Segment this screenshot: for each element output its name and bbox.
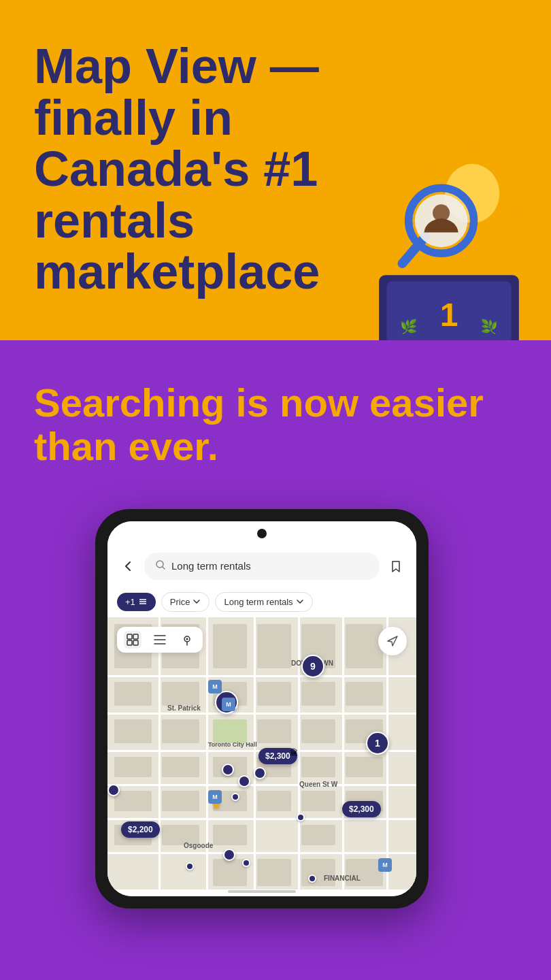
map-area[interactable]: DOWNTOWN St. Patrick Toronto City Hall O… — [107, 617, 416, 889]
purple-section: Searching is now easier than ever. — [0, 340, 551, 980]
phone-notch-bar — [107, 521, 416, 546]
map-road — [107, 675, 416, 677]
map-block — [301, 682, 335, 706]
search-icon — [155, 559, 166, 573]
transit-icon-2: M — [208, 790, 222, 804]
pin-dot — [222, 764, 234, 776]
search-input-value: Long term rentals — [171, 560, 251, 572]
trophy-illustration: 1 🌿 🌿 — [361, 143, 537, 340]
location-button[interactable] — [378, 627, 407, 655]
map-label-osgoode: Osgoode — [184, 842, 213, 849]
map-pin-1[interactable]: 1 — [366, 732, 389, 755]
grid-view-button[interactable] — [124, 631, 141, 649]
map-pin-dot6[interactable] — [242, 859, 250, 867]
landmark-icon: 🏛 — [290, 748, 298, 757]
pin-dot — [223, 849, 235, 861]
filter-row: +1 Price Long term — [107, 587, 416, 617]
map-block — [213, 624, 247, 668]
map-block — [162, 719, 199, 743]
map-pin-dot4[interactable] — [231, 793, 239, 801]
map-block — [301, 825, 335, 845]
pin-price-label: $2,200 — [121, 821, 160, 838]
map-road — [107, 713, 416, 715]
map-block — [162, 757, 199, 777]
svg-rect-18 — [127, 640, 132, 645]
search-bar[interactable]: Long term rentals — [144, 553, 380, 580]
map-pin-dot7[interactable] — [297, 813, 305, 821]
map-label-st-patrick: St. Patrick — [167, 704, 201, 712]
map-pin-dot2[interactable] — [238, 775, 250, 787]
pin-dot-small — [308, 875, 316, 883]
svg-rect-16 — [127, 634, 132, 639]
map-block — [257, 859, 291, 886]
pin-dot — [254, 767, 266, 779]
phone-frame: Long term rentals +1 — [95, 509, 429, 909]
map-pin-marker1[interactable] — [223, 849, 235, 861]
map-pin-dot3[interactable] — [254, 767, 266, 779]
phone-bottom-bar — [107, 889, 416, 896]
map-label-city-hall: Toronto City Hall — [208, 741, 257, 748]
map-block — [257, 719, 291, 743]
top-section: Map View — finally in Canada's #1 rental… — [0, 0, 551, 340]
map-road — [107, 818, 416, 820]
map-block — [257, 682, 291, 706]
pin-dot — [238, 775, 250, 787]
map-block — [301, 791, 335, 811]
map-block — [114, 791, 152, 811]
map-view-controls — [117, 627, 203, 653]
map-block — [213, 825, 247, 845]
map-block — [346, 859, 383, 886]
rental-type-label: Long term rentals — [224, 597, 293, 607]
map-pin-9[interactable]: 9 — [301, 655, 324, 678]
pin-dot-small — [231, 793, 239, 801]
map-pin-price-2200[interactable]: $2,200 — [121, 821, 160, 838]
svg-line-12 — [163, 567, 165, 569]
map-pin-dot1[interactable] — [222, 764, 234, 776]
pin-count: 9 — [301, 655, 324, 678]
home-indicator — [228, 890, 296, 893]
map-road — [298, 617, 300, 889]
subheadline: Searching is now easier than ever. — [34, 381, 517, 468]
map-block — [346, 757, 383, 777]
pin-dot-small — [242, 859, 250, 867]
map-pin-dot5[interactable] — [186, 862, 194, 870]
map-road — [158, 617, 161, 889]
map-pin-marker2[interactable] — [308, 875, 316, 883]
map-pin-price-2300b[interactable]: $2,300 — [342, 801, 381, 817]
map-block — [301, 757, 335, 777]
map-block — [162, 682, 199, 706]
map-block — [257, 791, 291, 811]
search-area: Long term rentals — [107, 546, 416, 587]
map-view-button[interactable] — [178, 631, 196, 649]
filter-chip-price[interactable]: Price — [161, 592, 210, 612]
transit-icon-3: M — [208, 680, 222, 693]
filter-chip-plus[interactable]: +1 — [117, 593, 156, 611]
svg-text:1: 1 — [440, 297, 458, 333]
bookmark-button[interactable] — [386, 557, 405, 576]
svg-text:🌿: 🌿 — [480, 318, 498, 336]
filter-chip-rental-type[interactable]: Long term rentals — [215, 592, 312, 612]
back-button[interactable] — [118, 557, 137, 576]
svg-rect-19 — [133, 640, 138, 645]
main-headline: Map View — finally in Canada's #1 rental… — [34, 41, 415, 298]
list-view-button[interactable] — [151, 631, 169, 649]
map-pin-dot-edge[interactable] — [107, 784, 120, 796]
map-park — [213, 719, 247, 743]
filter-count: +1 — [125, 597, 135, 607]
phone-camera — [257, 529, 267, 538]
map-road — [107, 784, 416, 786]
transit-icon-4: M — [378, 858, 392, 872]
map-block — [301, 859, 335, 886]
map-block — [114, 757, 152, 777]
svg-point-24 — [186, 638, 188, 640]
map-block — [346, 624, 383, 668]
map-block — [346, 682, 383, 706]
map-block — [162, 791, 199, 811]
map-label-queen-st: Queen St W — [299, 781, 337, 788]
map-block — [257, 624, 291, 668]
price-filter-label: Price — [170, 597, 190, 607]
map-label-financial: FINANCIAL — [324, 875, 361, 882]
map-block — [114, 682, 152, 706]
pin-dot-small — [297, 813, 305, 821]
pin-dot-small — [186, 862, 194, 870]
